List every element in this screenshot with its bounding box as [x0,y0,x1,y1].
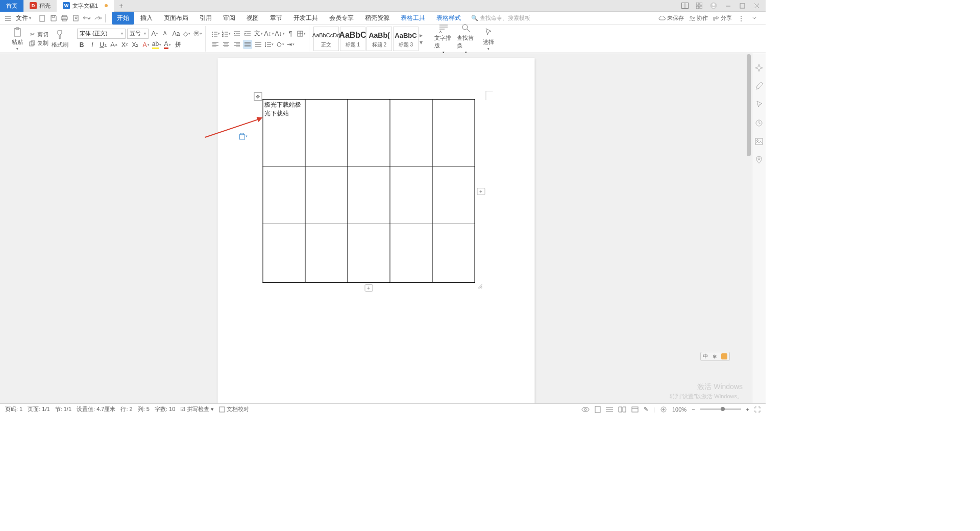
font-color-icon[interactable]: A [163,40,172,50]
align-justify-icon[interactable] [243,40,252,49]
table-cell[interactable] [432,100,475,166]
tab-developer[interactable]: 开发工具 [288,12,323,25]
status-section[interactable]: 节: 1/1 [55,405,71,413]
bold-icon[interactable]: B [77,40,86,50]
pen-icon[interactable] [754,82,764,91]
tab-page-layout[interactable]: 页面布局 [159,12,193,25]
table-cell[interactable] [305,224,348,283]
coop-button[interactable]: 协作 [689,14,708,22]
image-icon[interactable] [754,137,764,146]
table-cell[interactable] [263,166,305,224]
status-pages[interactable]: 页面: 1/1 [28,405,50,413]
sort-icon[interactable]: A↓ [275,29,284,38]
write-mode-icon[interactable]: ✎ [644,406,648,413]
zoom-slider[interactable] [700,408,741,410]
table-cell[interactable] [305,100,348,166]
tab-view[interactable]: 视图 [241,12,264,25]
style-heading2[interactable]: AaBb(标题 2 [366,27,392,51]
style-heading3[interactable]: AaBbC标题 3 [393,27,419,51]
view-page-icon[interactable] [595,406,601,413]
tab-doke[interactable]: D 稻壳 [23,0,57,12]
ime-wheel-icon[interactable]: ✾ [713,354,717,359]
table-cell[interactable]: 极光下载站极光下载站 [263,100,305,166]
tab-start[interactable]: 开始 [112,12,134,25]
status-spellcheck[interactable]: ☑拼写检查 ▾ [180,405,214,413]
fullscreen-icon[interactable] [754,406,761,413]
status-column[interactable]: 列: 5 [138,405,150,413]
table-cell[interactable] [348,224,390,283]
fit-icon[interactable] [660,406,667,413]
copy-button[interactable]: 复制 [29,39,48,47]
unsaved-button[interactable]: 未保存 [658,14,684,22]
location-icon[interactable] [754,155,764,164]
new-tab-button[interactable]: + [114,2,128,10]
status-position[interactable]: 设置值: 4.7厘米 [77,405,115,413]
ai-icon[interactable] [754,63,764,73]
table-cell[interactable] [390,100,432,166]
close-icon[interactable] [752,2,761,10]
table-cell[interactable] [390,166,432,224]
maximize-icon[interactable] [738,2,746,10]
ime-lang[interactable]: 中 [703,353,708,360]
distribute-icon[interactable] [254,40,263,49]
styles-more-icon[interactable]: ▸▾ [420,27,427,51]
text-effect-icon[interactable]: A [141,40,151,50]
table-cell[interactable] [348,166,390,224]
new-icon[interactable] [38,14,46,22]
phonetic-icon[interactable]: 拼 [174,40,183,50]
paste-button[interactable]: 粘贴▾ [8,27,27,51]
underline-icon[interactable]: U [99,40,108,50]
table-cell[interactable] [432,224,475,283]
tab-section[interactable]: 章节 [265,12,287,25]
tab-references[interactable]: 引用 [194,12,217,25]
document-table[interactable]: 极光下载站极光下载站 [262,99,475,283]
shrink-font-icon[interactable]: A- [161,29,170,38]
more-icon[interactable]: ⋮ [737,14,745,22]
style-normal[interactable]: AaBbCcDd正文 [313,27,339,51]
redo-icon[interactable]: ▾ [94,14,102,22]
print-icon[interactable] [60,14,68,22]
zoom-value[interactable]: 100% [672,406,687,413]
status-line[interactable]: 行: 2 [120,405,132,413]
ime-tool-icon[interactable] [721,353,727,359]
tab-home[interactable]: 首页 [0,0,23,12]
zoom-in-icon[interactable]: + [746,406,749,413]
align-left-icon[interactable] [211,40,220,49]
grid-icon[interactable] [695,2,703,10]
scrollbar-thumb[interactable] [747,54,751,156]
pointer-icon[interactable] [754,100,764,109]
status-page-no[interactable]: 页码: 1 [5,405,22,413]
save-icon[interactable] [49,14,57,22]
italic-icon[interactable]: I [88,40,97,50]
tab-document[interactable]: W 文字文稿1 [57,0,114,12]
ime-bar[interactable]: 中 ✾ [700,352,730,361]
page[interactable]: ✥ ▾ 极光下载站极光下载站 + + [217,58,534,403]
superscript-icon[interactable]: X² [120,40,129,50]
clock-icon[interactable] [754,118,764,128]
increase-indent-icon[interactable] [243,29,252,38]
tab-insert[interactable]: 插入 [135,12,158,25]
grow-font-icon[interactable]: A+ [150,29,159,38]
undo-icon[interactable]: ▾ [83,14,91,22]
select-button[interactable]: 选择▾ [479,27,498,51]
clear-format-icon[interactable]: ◇ [182,29,191,38]
align-center-icon[interactable] [222,40,231,49]
table-cell[interactable] [348,100,390,166]
style-heading1[interactable]: AaBbC标题 1 [340,27,365,51]
highlight-icon[interactable]: ab [152,40,161,50]
table-cell[interactable] [263,224,305,283]
strike-icon[interactable]: A [109,40,118,50]
user-icon[interactable] [709,2,718,10]
bullets-icon[interactable] [211,29,220,38]
align-right-icon[interactable] [232,40,241,49]
format-painter-button[interactable]: 格式刷 [51,30,69,49]
add-row-button[interactable]: + [364,284,373,292]
tab-table-tools[interactable]: 表格工具 [396,12,430,25]
show-marks-icon[interactable]: ¶ [286,29,295,38]
align-text-icon[interactable]: A↕ [264,29,274,38]
status-words[interactable]: 字数: 10 [155,405,175,413]
numbering-icon[interactable]: 123 [222,29,231,38]
text-direction-icon[interactable]: 文 [254,29,263,38]
table-cell[interactable] [390,224,432,283]
add-column-button[interactable]: + [477,188,485,195]
